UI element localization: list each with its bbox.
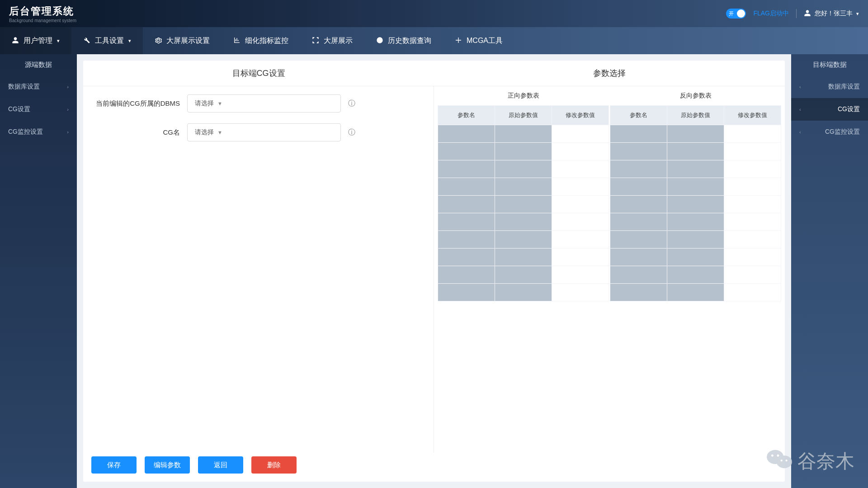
nav-metric-monitor[interactable]: 细化指标监控 bbox=[222, 27, 300, 54]
table-row[interactable] bbox=[438, 143, 609, 160]
table-row[interactable] bbox=[610, 266, 781, 284]
table-row[interactable] bbox=[610, 160, 781, 178]
cell-mod-value[interactable] bbox=[552, 178, 609, 196]
edit-params-button[interactable]: 编辑参数 bbox=[145, 456, 190, 474]
table-row[interactable] bbox=[438, 284, 609, 301]
help-icon[interactable]: ⓘ bbox=[348, 128, 355, 137]
cell-orig-value bbox=[495, 125, 552, 143]
cell-orig-value bbox=[495, 266, 552, 284]
cell-param-name bbox=[438, 125, 495, 143]
cell-orig-value bbox=[667, 178, 724, 196]
cell-mod-value[interactable] bbox=[552, 266, 609, 284]
plus-icon bbox=[455, 37, 462, 45]
cell-mod-value[interactable] bbox=[724, 178, 781, 196]
right-side-cg-monitor[interactable]: CG监控设置 ‹ bbox=[791, 121, 868, 143]
dbms-label: 当前编辑的CG所属的DBMS bbox=[94, 99, 180, 108]
table-row[interactable] bbox=[610, 196, 781, 213]
user-icon bbox=[12, 37, 19, 45]
cell-mod-value[interactable] bbox=[552, 125, 609, 143]
nav-label: 细化指标监控 bbox=[245, 36, 288, 46]
right-panel-title: 参数选择 bbox=[434, 61, 785, 86]
table-row[interactable] bbox=[610, 178, 781, 196]
left-side-db-settings[interactable]: 数据库设置 › bbox=[0, 75, 77, 98]
col-orig-value: 原始参数值 bbox=[667, 106, 724, 125]
cell-orig-value bbox=[495, 231, 552, 249]
cell-param-name bbox=[610, 213, 667, 231]
cell-mod-value[interactable] bbox=[552, 143, 609, 160]
dbms-select[interactable]: 请选择 ▼ bbox=[187, 94, 341, 113]
help-icon[interactable]: ⓘ bbox=[348, 99, 355, 108]
forward-caption: 正向参数表 bbox=[438, 86, 609, 105]
sidebar-item-label: CG监控设置 bbox=[801, 128, 860, 136]
cell-orig-value bbox=[495, 196, 552, 213]
table-row[interactable] bbox=[438, 160, 609, 178]
table-row[interactable] bbox=[438, 196, 609, 213]
table-row[interactable] bbox=[438, 213, 609, 231]
sidebar-item-label: 数据库设置 bbox=[8, 83, 40, 91]
table-row[interactable] bbox=[610, 249, 781, 266]
cell-mod-value[interactable] bbox=[724, 143, 781, 160]
nav-user-mgmt[interactable]: 用户管理 ▾ bbox=[0, 27, 71, 54]
left-side-cg-settings[interactable]: CG设置 › bbox=[0, 98, 77, 121]
table-row[interactable] bbox=[438, 125, 609, 143]
cell-mod-value[interactable] bbox=[552, 284, 609, 301]
nav-tool-settings[interactable]: 工具设置 ▾ bbox=[71, 27, 143, 54]
col-mod-value: 修改参数值 bbox=[552, 106, 609, 125]
right-side-db-settings[interactable]: 数据库设置 ‹ bbox=[791, 75, 868, 98]
cell-orig-value bbox=[667, 231, 724, 249]
sidebar-item-label: 数据库设置 bbox=[801, 83, 860, 91]
table-row[interactable] bbox=[610, 284, 781, 301]
cell-orig-value bbox=[495, 213, 552, 231]
table-row[interactable] bbox=[610, 213, 781, 231]
reverse-caption: 反向参数表 bbox=[610, 86, 781, 105]
table-row[interactable] bbox=[438, 249, 609, 266]
reverse-param-table: 反向参数表 参数名 原始参数值 修改参数值 bbox=[610, 86, 781, 301]
cell-param-name bbox=[438, 213, 495, 231]
cell-mod-value[interactable] bbox=[724, 160, 781, 178]
cell-mod-value[interactable] bbox=[724, 196, 781, 213]
cell-orig-value bbox=[495, 160, 552, 178]
right-sidebar-title: 目标端数据 bbox=[791, 54, 868, 75]
table-row[interactable] bbox=[610, 125, 781, 143]
cell-mod-value[interactable] bbox=[724, 125, 781, 143]
nav-label: 历史数据查询 bbox=[388, 36, 431, 46]
cell-orig-value bbox=[667, 284, 724, 301]
nav-mcga[interactable]: MCGA工具 bbox=[443, 27, 514, 54]
user-menu[interactable]: 您好！张三丰 ▾ bbox=[804, 9, 859, 18]
cell-mod-value[interactable] bbox=[552, 249, 609, 266]
app-logo: 后台管理系统 Background management system bbox=[9, 5, 76, 23]
cell-param-name bbox=[610, 249, 667, 266]
back-button[interactable]: 返回 bbox=[198, 456, 243, 474]
nav-history[interactable]: 历史数据查询 bbox=[364, 27, 443, 54]
nav-dashboard[interactable]: 大屏展示 bbox=[300, 27, 364, 54]
cell-param-name bbox=[610, 178, 667, 196]
nav-dashboard-settings[interactable]: 大屏展示设置 bbox=[143, 27, 222, 54]
user-greeting: 您好！张三丰 bbox=[815, 9, 853, 18]
cell-mod-value[interactable] bbox=[552, 231, 609, 249]
cell-mod-value[interactable] bbox=[552, 196, 609, 213]
cell-mod-value[interactable] bbox=[724, 249, 781, 266]
cell-mod-value[interactable] bbox=[552, 160, 609, 178]
table-row[interactable] bbox=[438, 266, 609, 284]
cell-orig-value bbox=[667, 266, 724, 284]
table-row[interactable] bbox=[610, 143, 781, 160]
cell-mod-value[interactable] bbox=[724, 231, 781, 249]
cell-param-name bbox=[610, 284, 667, 301]
cell-mod-value[interactable] bbox=[724, 284, 781, 301]
table-row[interactable] bbox=[610, 231, 781, 249]
left-side-cg-monitor[interactable]: CG监控设置 › bbox=[0, 121, 77, 143]
sidebar-item-label: CG监控设置 bbox=[8, 128, 43, 136]
cell-mod-value[interactable] bbox=[724, 266, 781, 284]
flag-status-label: FLAG启动中 bbox=[753, 9, 789, 18]
right-side-cg-settings[interactable]: CG设置 ‹ bbox=[791, 98, 868, 121]
flag-toggle[interactable]: 开 bbox=[726, 9, 746, 19]
chevron-right-icon: › bbox=[67, 129, 69, 135]
table-row[interactable] bbox=[438, 231, 609, 249]
cg-select[interactable]: 请选择 ▼ bbox=[187, 123, 341, 141]
chevron-down-icon: ▾ bbox=[856, 11, 859, 17]
cell-mod-value[interactable] bbox=[552, 213, 609, 231]
save-button[interactable]: 保存 bbox=[91, 456, 137, 474]
delete-button[interactable]: 删除 bbox=[251, 456, 297, 474]
cell-mod-value[interactable] bbox=[724, 213, 781, 231]
table-row[interactable] bbox=[438, 178, 609, 196]
